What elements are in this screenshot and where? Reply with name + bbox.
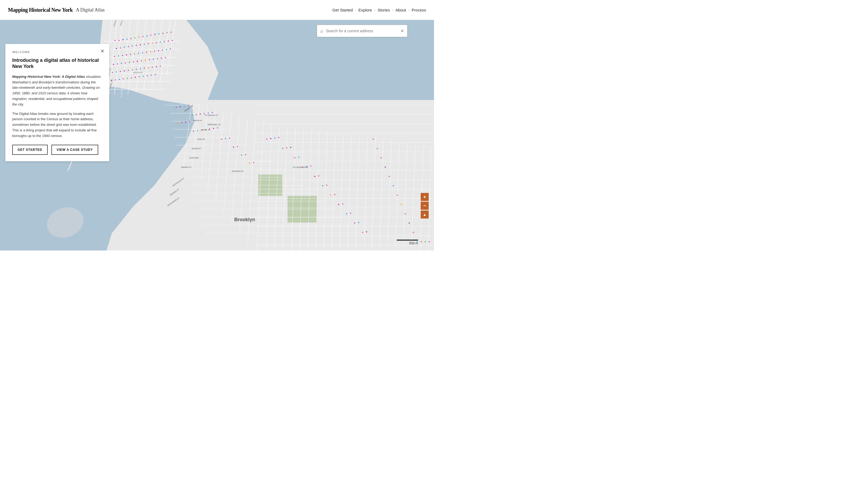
- svg-rect-232: [393, 185, 394, 186]
- svg-rect-190: [213, 128, 214, 129]
- search-close-button[interactable]: ✕: [400, 29, 404, 34]
- svg-rect-194: [229, 138, 230, 139]
- svg-rect-196: [237, 146, 238, 147]
- zoom-in-button[interactable]: +: [421, 193, 429, 201]
- nav-explore[interactable]: Explore: [359, 8, 372, 12]
- svg-rect-192: [221, 139, 222, 140]
- svg-rect-214: [318, 175, 319, 177]
- svg-rect-154: [144, 68, 145, 69]
- svg-rect-179: [208, 113, 209, 114]
- svg-rect-153: [140, 68, 141, 69]
- svg-text:JOHNSON ST: JOHNSON ST: [232, 170, 244, 172]
- welcome-close-button[interactable]: ✕: [100, 49, 105, 54]
- svg-text:FLUSHING AVE: FLUSHING AVE: [293, 166, 308, 168]
- svg-rect-186: [197, 130, 198, 131]
- nav-stories[interactable]: Stories: [377, 8, 390, 12]
- svg-text:PLYMOUTH ST: PLYMOUTH ST: [205, 114, 218, 116]
- svg-text:YORK ST: YORK ST: [197, 138, 205, 140]
- svg-text:SANDS ST: SANDS ST: [192, 148, 201, 149]
- svg-text:MARSHALL ST: MARSHALL ST: [208, 124, 221, 126]
- nav-get-started[interactable]: Get Started: [332, 8, 353, 12]
- svg-rect-98: [158, 33, 160, 34]
- svg-rect-130: [166, 49, 167, 50]
- svg-rect-134: [121, 63, 122, 64]
- svg-rect-220: [342, 203, 343, 204]
- search-input[interactable]: [326, 29, 398, 33]
- svg-rect-216: [326, 185, 327, 186]
- svg-rect-217: [330, 194, 331, 195]
- svg-rect-161: [119, 79, 120, 80]
- svg-rect-207: [290, 147, 291, 148]
- location-button[interactable]: ▲: [421, 211, 429, 218]
- nav-about[interactable]: About: [396, 8, 406, 12]
- svg-rect-218: [334, 194, 335, 195]
- svg-rect-241: [429, 241, 430, 242]
- svg-rect-141: [149, 59, 150, 60]
- svg-rect-200: [253, 162, 254, 163]
- welcome-body-2: The Digital Atlas breaks new ground by l…: [12, 111, 102, 139]
- svg-rect-205: [282, 148, 283, 149]
- svg-rect-148: [120, 71, 121, 72]
- svg-rect-123: [138, 53, 139, 54]
- svg-rect-184: [189, 121, 190, 122]
- search-bar[interactable]: ⌕ ✕: [317, 25, 407, 37]
- svg-rect-165: [135, 77, 136, 78]
- svg-rect-237: [413, 232, 414, 233]
- svg-rect-225: [362, 232, 363, 233]
- svg-rect-97: [154, 34, 155, 35]
- svg-rect-103: [120, 47, 121, 49]
- svg-rect-104: [124, 47, 125, 48]
- svg-rect-185: [193, 130, 194, 132]
- nav-sep-4: -: [408, 8, 409, 12]
- svg-text:FRONT ST: FRONT ST: [201, 129, 211, 131]
- svg-rect-195: [233, 147, 234, 148]
- svg-rect-173: [184, 106, 185, 107]
- svg-rect-234: [401, 204, 402, 205]
- svg-rect-177: [200, 114, 201, 115]
- welcome-actions: GET STARTED VIEW A CASE STUDY: [12, 145, 102, 155]
- view-case-study-button[interactable]: VIEW A CASE STUDY: [51, 145, 98, 155]
- svg-rect-206: [286, 147, 287, 148]
- svg-rect-157: [156, 66, 157, 67]
- svg-rect-110: [148, 43, 149, 44]
- svg-rect-126: [150, 51, 151, 52]
- welcome-body-1-text: visualizes Manhattan's and Brooklyn's tr…: [12, 75, 101, 106]
- get-started-button[interactable]: GET STARTED: [12, 145, 48, 155]
- nav-sep-2: -: [374, 8, 375, 12]
- svg-rect-155: [148, 67, 149, 68]
- svg-rect-100: [166, 32, 167, 33]
- svg-rect-229: [381, 157, 382, 158]
- map-container[interactable]: FRONT ST WATER ST FRONT ST YORK ST SANDS…: [0, 20, 434, 250]
- site-logo[interactable]: Mapping Historical New York: [8, 7, 73, 13]
- welcome-title: Introducing a digital atlas of historica…: [12, 57, 102, 70]
- svg-rect-201: [266, 139, 267, 140]
- svg-rect-101: [171, 32, 172, 33]
- svg-text:CONCORD: CONCORD: [189, 157, 199, 159]
- svg-rect-170: [155, 74, 156, 75]
- svg-rect-167: [143, 76, 144, 77]
- svg-rect-113: [160, 42, 161, 43]
- svg-rect-115: [168, 41, 169, 42]
- header: Mapping Historical New York A Digital At…: [0, 0, 434, 20]
- svg-rect-169: [151, 75, 152, 76]
- svg-rect-143: [157, 58, 158, 59]
- scale-label: 500 m: [409, 242, 418, 245]
- svg-rect-150: [128, 70, 129, 71]
- svg-rect-193: [225, 138, 226, 139]
- zoom-out-button[interactable]: −: [421, 202, 429, 210]
- svg-rect-111: [152, 43, 153, 44]
- scale-bar: 500 m: [397, 239, 418, 245]
- svg-rect-120: [126, 54, 127, 55]
- nav-process[interactable]: Process: [411, 8, 426, 12]
- svg-rect-181: [177, 122, 178, 124]
- scale-line: [397, 239, 418, 241]
- svg-rect-117: [114, 56, 115, 57]
- svg-rect-99: [162, 33, 164, 34]
- svg-rect-175: [192, 115, 193, 116]
- svg-text:NASSAU ST: NASSAU ST: [181, 166, 192, 168]
- svg-rect-124: [142, 52, 143, 53]
- svg-rect-204: [278, 137, 279, 138]
- svg-rect-102: [116, 48, 117, 49]
- svg-rect-108: [140, 44, 141, 45]
- svg-rect-88: [119, 40, 120, 41]
